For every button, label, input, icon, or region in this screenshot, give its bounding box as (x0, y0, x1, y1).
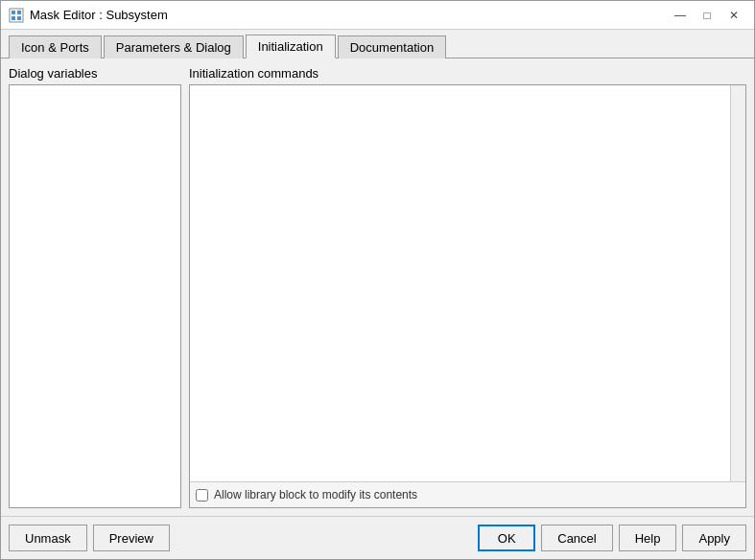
init-commands-label: Initialization commands (189, 66, 746, 81)
main-content: Dialog variables Initialization commands… (1, 58, 754, 516)
ok-button[interactable]: OK (478, 525, 535, 551)
apply-button[interactable]: Apply (682, 525, 746, 551)
main-window: Mask Editor : Subsystem — □ ✕ Icon & Por… (0, 0, 755, 560)
text-area-wrapper (190, 85, 745, 481)
title-controls: — □ ✕ (668, 5, 746, 26)
tabs-bar: Icon & Ports Parameters & Dialog Initial… (1, 30, 754, 58)
bottom-bar: Unmask Preview OK Cancel Help Apply (1, 516, 754, 559)
tab-parameters-dialog[interactable]: Parameters & Dialog (104, 35, 244, 58)
tab-documentation[interactable]: Documentation (338, 35, 446, 58)
allow-modify-label: Allow library block to modify its conten… (214, 488, 417, 502)
minimize-button[interactable]: — (668, 5, 693, 26)
title-bar-left: Mask Editor : Subsystem (9, 8, 168, 23)
tab-icon-ports[interactable]: Icon & Ports (9, 35, 102, 58)
svg-rect-4 (17, 16, 21, 20)
app-icon (9, 8, 24, 23)
svg-rect-1 (12, 11, 15, 14)
init-commands-panel: Allow library block to modify its conten… (189, 84, 746, 508)
checkbox-row: Allow library block to modify its conten… (190, 481, 745, 507)
maximize-button[interactable]: □ (695, 5, 720, 26)
left-panel: Dialog variables (9, 66, 181, 508)
help-button[interactable]: Help (619, 525, 677, 551)
window-title: Mask Editor : Subsystem (30, 8, 168, 22)
close-button[interactable]: ✕ (721, 5, 746, 26)
dialog-variables-list[interactable] (9, 84, 181, 508)
preview-button[interactable]: Preview (93, 525, 170, 551)
allow-modify-checkbox[interactable] (196, 489, 208, 502)
bottom-right-buttons: OK Cancel Help Apply (478, 525, 746, 551)
title-bar: Mask Editor : Subsystem — □ ✕ (1, 1, 754, 30)
bottom-left-buttons: Unmask Preview (9, 525, 170, 551)
unmask-button[interactable]: Unmask (9, 525, 87, 551)
right-panel: Initialization commands Allow library bl… (189, 66, 746, 508)
panels: Dialog variables Initialization commands… (9, 66, 746, 508)
tab-initialization[interactable]: Initialization (246, 35, 336, 58)
svg-rect-3 (12, 16, 15, 20)
svg-rect-2 (17, 11, 21, 14)
cancel-button[interactable]: Cancel (541, 525, 612, 551)
scrollbar (730, 85, 745, 481)
init-commands-textarea[interactable] (190, 85, 730, 481)
dialog-variables-label: Dialog variables (9, 66, 181, 81)
